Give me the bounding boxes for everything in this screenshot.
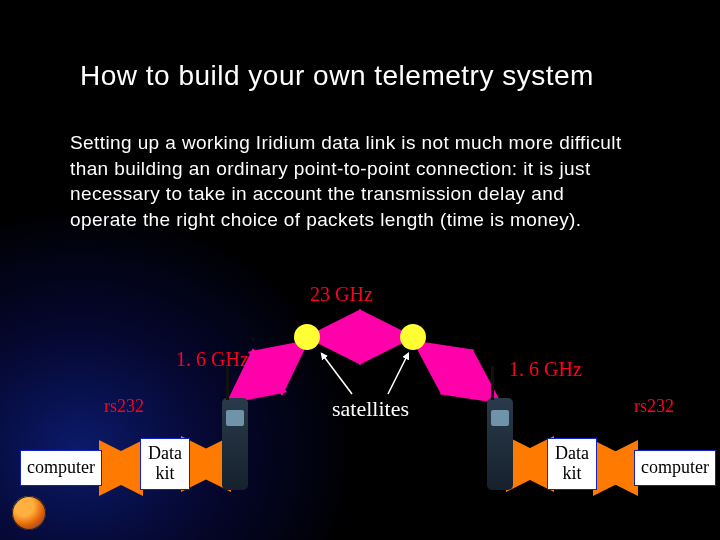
svg-line-2 (426, 350, 488, 394)
node-computer-right: computer (634, 450, 716, 486)
node-computer-left: computer (20, 450, 102, 486)
globe-icon (12, 496, 46, 530)
iridium-phone-left (222, 398, 248, 490)
slide: How to build your own telemetry system S… (0, 0, 720, 540)
svg-line-8 (388, 354, 408, 394)
satellite-node-right (400, 324, 426, 350)
svg-line-7 (322, 354, 352, 394)
svg-line-1 (239, 350, 296, 394)
iridium-phone-right (487, 398, 513, 490)
diagram-arrows (0, 0, 720, 540)
node-datakit-left: Data kit (140, 438, 190, 490)
satellite-node-left (294, 324, 320, 350)
node-datakit-right: Data kit (547, 438, 597, 490)
